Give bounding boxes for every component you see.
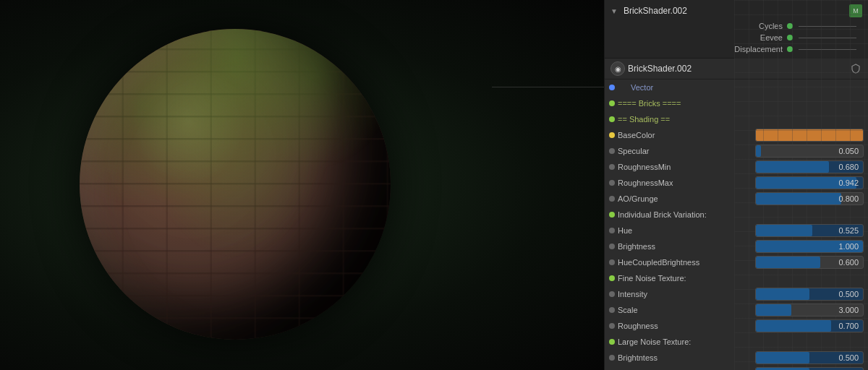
roughness-max-field[interactable]: 0.942 (755, 176, 864, 189)
individual-section-row: Individual Brick Variation: (605, 207, 868, 223)
roughness-min-bar (756, 161, 829, 173)
roughness-dot (609, 323, 615, 329)
roughness-max-label: RoughnessMax (618, 178, 752, 187)
shading-dot (609, 116, 615, 122)
brightness-dot (609, 244, 615, 249)
roughness-max-value: 0.942 (838, 178, 859, 187)
shader-properties-panel: ▼ BrickShader.002 M Cycles Eevee Displac… (604, 0, 868, 370)
displacement-dot[interactable] (787, 46, 793, 52)
ao-grunge-label: AO/Grunge (618, 194, 752, 203)
scale-value: 3.000 (838, 306, 859, 314)
base-color-row[interactable]: BaseColor (605, 127, 868, 143)
large-noise-label: Large Noise Texture: (618, 337, 864, 346)
shading-label: == Shading == (618, 115, 864, 124)
brightness-row[interactable]: Brightness 1.000 (605, 238, 868, 254)
specular-label: Specular (618, 147, 752, 155)
hue-label: Hue (618, 226, 752, 235)
shader-selector-icon: ◉ (610, 61, 625, 76)
ao-grunge-value: 0.800 (838, 194, 859, 203)
saturation-field[interactable]: 0.500 (755, 367, 864, 370)
hue-coupled-field[interactable]: 0.600 (755, 256, 864, 269)
eevee-line (799, 38, 856, 38)
displacement-output-row: Displacement (610, 43, 862, 55)
scale-bar (756, 304, 791, 316)
vector-dot[interactable] (609, 85, 615, 90)
hue-value: 0.525 (838, 226, 859, 235)
roughness-min-field[interactable]: 0.680 (755, 160, 864, 173)
hue-coupled-label: HueCoupledBrightness (618, 258, 752, 267)
vector-row: Vector (605, 79, 868, 95)
intensity-bar (756, 288, 809, 300)
bricks-dot (609, 100, 615, 106)
bricks-label-row: ==== Bricks ==== (605, 95, 868, 111)
roughness-min-row[interactable]: RoughnessMin 0.680 (605, 159, 868, 175)
brick-sphere (80, 29, 391, 340)
shader-title: BrickShader.002 (624, 6, 687, 16)
brightness2-field[interactable]: 0.500 (755, 351, 864, 364)
brightness2-label: Brightntess (618, 353, 752, 362)
ao-grunge-dot (609, 196, 615, 202)
ao-grunge-bar (756, 193, 841, 205)
roughness-min-value: 0.680 (838, 163, 859, 171)
eevee-output-row: Eevee (610, 32, 862, 43)
intensity-dot (609, 291, 615, 297)
fine-noise-dot (609, 275, 615, 281)
intensity-label: Intensity (618, 290, 752, 298)
roughness-max-row[interactable]: RoughnessMax 0.942 (605, 175, 868, 191)
roughness-row[interactable]: Roughness 0.700 (605, 318, 868, 334)
properties-area[interactable]: Vector ==== Bricks ==== == Shading == Ba… (605, 79, 868, 370)
hue-coupled-row[interactable]: HueCoupledBrightness 0.600 (605, 254, 868, 270)
brightness-label: Brightness (618, 242, 752, 251)
specular-field[interactable]: 0.050 (755, 145, 864, 158)
sphere-preview (72, 22, 398, 347)
ao-grunge-field[interactable]: 0.800 (755, 192, 864, 205)
shading-label-row: == Shading == (605, 111, 868, 127)
roughness-max-dot (609, 180, 615, 186)
intensity-row[interactable]: Intensity 0.500 (605, 286, 868, 302)
specular-dot (609, 148, 615, 154)
cycles-line (799, 26, 856, 27)
intensity-field[interactable]: 0.500 (755, 288, 864, 301)
collapse-triangle-icon[interactable]: ▼ (610, 7, 618, 15)
scale-dot (609, 307, 615, 313)
roughness-min-label: RoughnessMin (618, 163, 752, 171)
brightness2-row[interactable]: Brightntess 0.500 (605, 350, 868, 366)
scale-field[interactable]: 3.000 (755, 304, 864, 317)
scale-label: Scale (618, 306, 752, 314)
shader-type-icon: M (849, 4, 862, 17)
eevee-label: Eevee (760, 33, 783, 42)
brightness2-dot (609, 355, 615, 361)
saturation-row[interactable]: Saturation 0.500 (605, 366, 868, 370)
roughness-value: 0.700 (838, 322, 859, 330)
3d-viewport[interactable] (0, 0, 604, 370)
hue-coupled-dot (609, 259, 615, 265)
hue-row[interactable]: Hue 0.525 (605, 223, 868, 238)
roughness-bar (756, 320, 831, 332)
shader-selector-row[interactable]: ◉ BrickShader.002 (605, 59, 868, 79)
scale-row[interactable]: Scale 3.000 (605, 302, 868, 318)
roughness-field[interactable]: 0.700 (755, 319, 864, 332)
hue-dot (609, 228, 615, 233)
base-color-dot (609, 132, 615, 138)
hue-field[interactable]: 0.525 (755, 224, 864, 237)
individual-section-label: Individual Brick Variation: (618, 210, 864, 219)
brightness-field[interactable]: 1.000 (755, 240, 864, 253)
brightness-value: 1.000 (838, 242, 859, 251)
roughness-label: Roughness (618, 322, 752, 330)
hue-coupled-bar (756, 257, 820, 268)
shader-name-row: ▼ BrickShader.002 M (610, 4, 862, 17)
cycles-label: Cycles (759, 22, 783, 30)
ao-grunge-row[interactable]: AO/Grunge 0.800 (605, 191, 868, 207)
bricks-label: ==== Bricks ==== (618, 99, 864, 108)
specular-value: 0.050 (838, 147, 859, 155)
cycles-dot[interactable] (787, 23, 793, 29)
specular-row[interactable]: Specular 0.050 (605, 143, 868, 159)
brightness2-bar (756, 352, 809, 363)
individual-dot (609, 212, 615, 218)
eevee-dot[interactable] (787, 35, 793, 40)
brightness2-value: 0.500 (838, 353, 859, 362)
shader-selector-name: BrickShader.002 (628, 64, 846, 74)
base-color-field[interactable] (755, 129, 864, 142)
base-color-label: BaseColor (618, 131, 752, 139)
shield-icon[interactable] (849, 62, 862, 75)
